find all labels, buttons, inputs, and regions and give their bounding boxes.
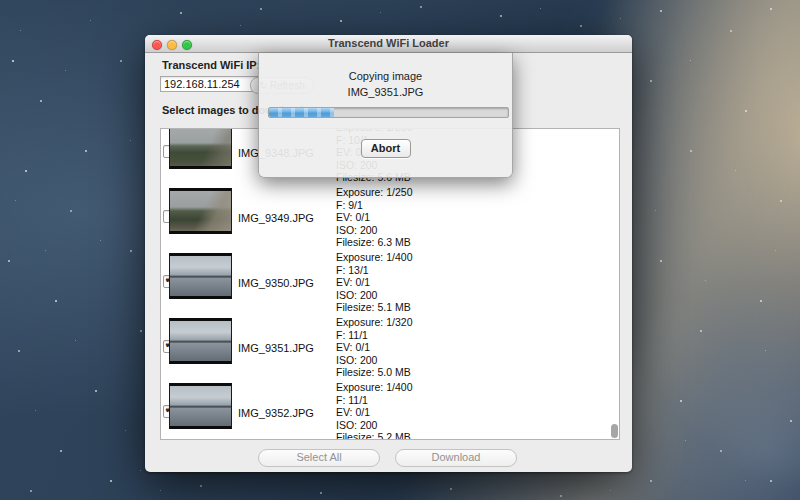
- exif-ev: EV: 0/1: [336, 211, 412, 224]
- image-filename: IMG_9349.JPG: [238, 212, 314, 224]
- photo-thumbnail: [169, 128, 232, 169]
- exif-exposure: Exposure: 1/320: [336, 316, 412, 329]
- photo-thumbnail: [169, 188, 232, 234]
- scrollbar-thumb[interactable]: [611, 424, 618, 438]
- exif-exposure: Exposure: 1/250: [336, 186, 412, 199]
- progress-fill: [269, 108, 334, 117]
- exif-f: F: 11/1: [336, 329, 412, 342]
- image-row: IMG_9350.JPG Exposure: 1/400 F: 13/1 EV:…: [161, 249, 619, 314]
- exif-iso: ISO: 200: [336, 419, 412, 432]
- ip-field-label: Transcend WiFi IP:: [162, 59, 260, 71]
- exif-exposure: Exposure: 1/400: [336, 381, 412, 394]
- window-title: Transcend WiFi Loader: [145, 35, 632, 52]
- exif-iso: ISO: 200: [336, 224, 412, 237]
- image-row: IMG_9351.JPG Exposure: 1/320 F: 11/1 EV:…: [161, 314, 619, 379]
- zoom-button[interactable]: [182, 40, 192, 50]
- abort-button[interactable]: Abort: [361, 139, 411, 158]
- exif-info: Exposure: 1/250 F: 9/1 EV: 0/1 ISO: 200 …: [336, 186, 412, 249]
- window-titlebar[interactable]: Transcend WiFi Loader: [145, 35, 632, 53]
- exif-info: Exposure: 1/400 F: 13/1 EV: 0/1 ISO: 200…: [336, 251, 412, 314]
- select-all-button[interactable]: Select All: [258, 449, 380, 467]
- exif-exposure: Exposure: 1/400: [336, 251, 412, 264]
- exif-filesize: Filesize: 5.0 MB: [336, 366, 412, 379]
- image-row: IMG_9349.JPG Exposure: 1/250 F: 9/1 EV: …: [161, 184, 619, 249]
- image-row: IMG_9352.JPG Exposure: 1/400 F: 11/1 EV:…: [161, 379, 619, 440]
- sheet-title: Copying image: [259, 70, 512, 82]
- photo-thumbnail: [169, 383, 232, 429]
- image-filename: IMG_9352.JPG: [238, 407, 314, 419]
- exif-filesize: Filesize: 5.1 MB: [336, 301, 412, 314]
- download-button[interactable]: Download: [395, 449, 517, 467]
- exif-filesize: Filesize: 6.3 MB: [336, 236, 412, 249]
- exif-ev: EV: 0/1: [336, 276, 412, 289]
- exif-ev: EV: 0/1: [336, 341, 412, 354]
- exif-info: Exposure: 1/320 F: 11/1 EV: 0/1 ISO: 200…: [336, 316, 412, 379]
- stars-dim: [0, 0, 1, 1]
- copy-progress-sheet: Copying image IMG_9351.JPG Abort: [258, 53, 513, 178]
- exif-f: F: 13/1: [336, 264, 412, 277]
- exif-iso: ISO: 200: [336, 289, 412, 302]
- photo-thumbnail: [169, 318, 232, 364]
- exif-f: F: 9/1: [336, 199, 412, 212]
- image-filename: IMG_9350.JPG: [238, 277, 314, 289]
- minimize-button[interactable]: [167, 40, 177, 50]
- ip-input[interactable]: [160, 76, 258, 92]
- exif-f: F: 11/1: [336, 394, 412, 407]
- exif-filesize: Filesize: 5.2 MB: [336, 431, 412, 440]
- exif-iso: ISO: 200: [336, 354, 412, 367]
- photo-thumbnail: [169, 253, 232, 299]
- sheet-filename: IMG_9351.JPG: [259, 86, 512, 98]
- exif-info: Exposure: 1/400 F: 11/1 EV: 0/1 ISO: 200…: [336, 381, 412, 440]
- desktop: Transcend WiFi Loader Transcend WiFi IP:…: [0, 0, 800, 500]
- progress-bar: [268, 107, 509, 118]
- image-filename: IMG_9351.JPG: [238, 342, 314, 354]
- app-window: Transcend WiFi Loader Transcend WiFi IP:…: [145, 35, 632, 472]
- exif-ev: EV: 0/1: [336, 406, 412, 419]
- close-button[interactable]: [152, 40, 162, 50]
